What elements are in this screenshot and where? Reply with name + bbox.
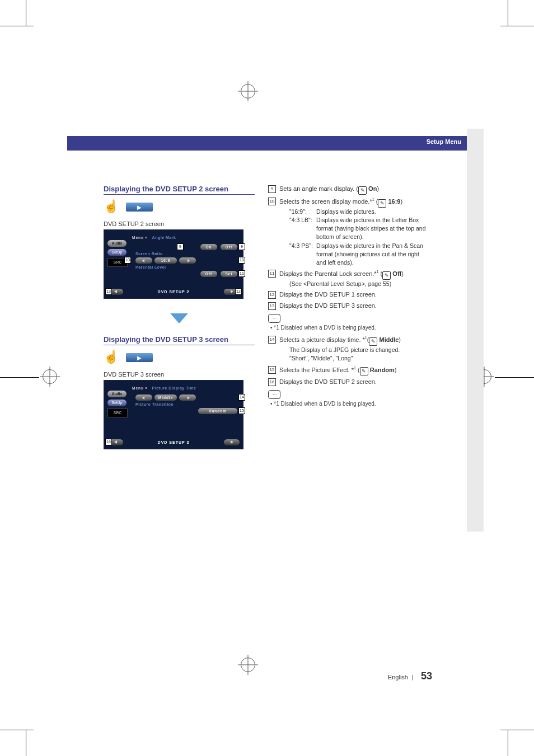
callout-9a: 9 bbox=[177, 243, 184, 250]
callout-10a: 10 bbox=[124, 257, 131, 264]
desc-item: 13Displays the DVD SETUP 3 screen. bbox=[268, 302, 428, 311]
pencil-icon: ✎ bbox=[378, 199, 386, 208]
angle-off-button[interactable]: Off bbox=[221, 244, 237, 250]
page-footer: English | 53 bbox=[388, 670, 432, 682]
parental-label: Parental Level bbox=[135, 265, 237, 269]
note-3: • *1 Disabled when a DVD is being played… bbox=[270, 400, 428, 408]
pictime-value[interactable]: Middle bbox=[154, 395, 177, 401]
pencil-icon: ✎ bbox=[360, 367, 368, 375]
side-setup[interactable]: SetUp bbox=[107, 249, 127, 256]
ref-number: 11 bbox=[268, 270, 276, 278]
desc-body: Displays the DVD SETUP 1 screen. bbox=[279, 290, 428, 299]
ref-number: 15 bbox=[268, 366, 276, 374]
pic-trans-label: Picture Transition bbox=[135, 402, 237, 406]
desc-item: 16Displays the DVD SETUP 2 screen. bbox=[268, 378, 428, 387]
pic-time-label: Picture Display Time bbox=[152, 386, 196, 390]
footer-page: 53 bbox=[421, 670, 432, 682]
footer-title-3: DVD SETUP 3 bbox=[123, 440, 224, 444]
desc-item: 12Displays the DVD SETUP 1 screen. bbox=[268, 290, 428, 299]
desc-body: Selects a picture display time. *1(✎ Mid… bbox=[279, 335, 428, 363]
next-arrow-button[interactable]: ▶ bbox=[126, 203, 153, 212]
touch-icon: ☝ bbox=[104, 350, 119, 365]
angle-mark-label: Angle Mark bbox=[152, 236, 176, 240]
callout-13: 13 bbox=[105, 288, 112, 295]
footer-sep: | bbox=[412, 674, 414, 680]
ratio-prev-button[interactable] bbox=[135, 257, 152, 264]
desc-body: Displays the DVD SETUP 3 screen. bbox=[279, 302, 428, 311]
section3-title: Displaying the DVD SETUP 3 screen bbox=[104, 335, 255, 345]
side-audio[interactable]: Audio bbox=[107, 391, 127, 397]
ratio-next-button[interactable] bbox=[179, 257, 196, 264]
angle-on-button[interactable]: On bbox=[200, 244, 217, 250]
desc-item: 9Sets an angle mark display. (✎ On) bbox=[268, 185, 428, 195]
ref-number: 16 bbox=[268, 378, 276, 386]
touch-icon: ☝ bbox=[104, 199, 119, 215]
screen-ratio-label: Screen Ratio bbox=[135, 252, 237, 256]
desc-item: 10Selects the screen display mode.*1 (✎ … bbox=[268, 197, 428, 267]
device-screen-setup3: Audio SetUp SRC Menu« Picture Display Ti… bbox=[104, 380, 243, 449]
callout-12: 12 bbox=[235, 288, 242, 295]
parental-value: Off bbox=[200, 271, 217, 277]
desc-body: Selects the screen display mode.*1 (✎ 16… bbox=[279, 197, 428, 267]
footer-title-2: DVD SETUP 2 bbox=[123, 290, 224, 294]
side-setup[interactable]: SetUp bbox=[107, 400, 127, 406]
ref-number: 10 bbox=[268, 198, 276, 205]
side-audio[interactable]: Audio bbox=[107, 240, 127, 247]
ref-number: 9 bbox=[268, 185, 276, 193]
callout-14: 14 bbox=[238, 394, 245, 401]
device-screen-setup2: Audio SetUp SRC Menu« Angle Mark 9 On Of… bbox=[104, 229, 243, 299]
next-arrow-button[interactable]: ▶ bbox=[126, 353, 153, 362]
header-title: Setup Menu bbox=[427, 138, 461, 145]
desc-item: 14Selects a picture display time. *1(✎ M… bbox=[268, 335, 428, 363]
ratio-value[interactable]: 16:9 bbox=[154, 257, 177, 264]
screen2-label: DVD SETUP 2 screen bbox=[104, 220, 255, 227]
desc-body: Selects the Picture Effect. *1 (✎ Random… bbox=[279, 365, 428, 376]
down-arrow-icon bbox=[170, 313, 188, 323]
parental-set-button[interactable]: Set bbox=[221, 271, 237, 277]
screen3-label: DVD SETUP 3 screen bbox=[104, 371, 255, 378]
desc-item: 15Selects the Picture Effect. *1 (✎ Rand… bbox=[268, 365, 428, 376]
pictime-next-button[interactable] bbox=[179, 395, 196, 401]
desc-item: 11Displays the Parental Lock screen.*1 (… bbox=[268, 269, 428, 288]
ref-number: 14 bbox=[268, 336, 276, 344]
callout-10b: 10 bbox=[238, 257, 245, 264]
ref-number: 13 bbox=[268, 302, 276, 310]
note-icon: ⋯ bbox=[268, 314, 280, 323]
callout-15: 15 bbox=[238, 407, 245, 414]
callout-9b: 9 bbox=[238, 243, 245, 250]
header-bar: Setup Menu bbox=[67, 136, 467, 151]
pencil-icon: ✎ bbox=[382, 271, 391, 280]
ref-number: 12 bbox=[268, 291, 276, 299]
footer-next-button[interactable] bbox=[224, 439, 240, 445]
menu-label[interactable]: Menu bbox=[132, 386, 144, 390]
callout-16: 16 bbox=[105, 439, 112, 445]
side-tab bbox=[467, 129, 484, 532]
desc-body: Sets an angle mark display. (✎ On) bbox=[279, 185, 428, 195]
menu-label[interactable]: Menu bbox=[132, 236, 144, 240]
section2-title: Displaying the DVD SETUP 2 screen bbox=[104, 185, 255, 195]
side-src[interactable]: SRC bbox=[107, 408, 128, 417]
note-icon: ⋯ bbox=[268, 390, 280, 399]
pictrans-value[interactable]: Random bbox=[198, 408, 237, 414]
callout-11: 11 bbox=[238, 270, 245, 277]
desc-body: Displays the Parental Lock screen.*1 (✎ … bbox=[279, 269, 428, 288]
pencil-icon: ✎ bbox=[358, 186, 367, 195]
pencil-icon: ✎ bbox=[369, 337, 377, 346]
footer-lang: English bbox=[388, 674, 408, 680]
note-2: • *1 Disabled when a DVD is being played… bbox=[270, 324, 428, 332]
pictime-prev-button[interactable] bbox=[135, 395, 152, 401]
desc-body: Displays the DVD SETUP 2 screen. bbox=[279, 378, 428, 387]
desc-list-3: 14Selects a picture display time. *1(✎ M… bbox=[268, 335, 428, 387]
desc-list-2: 9Sets an angle mark display. (✎ On)10Sel… bbox=[268, 185, 428, 311]
